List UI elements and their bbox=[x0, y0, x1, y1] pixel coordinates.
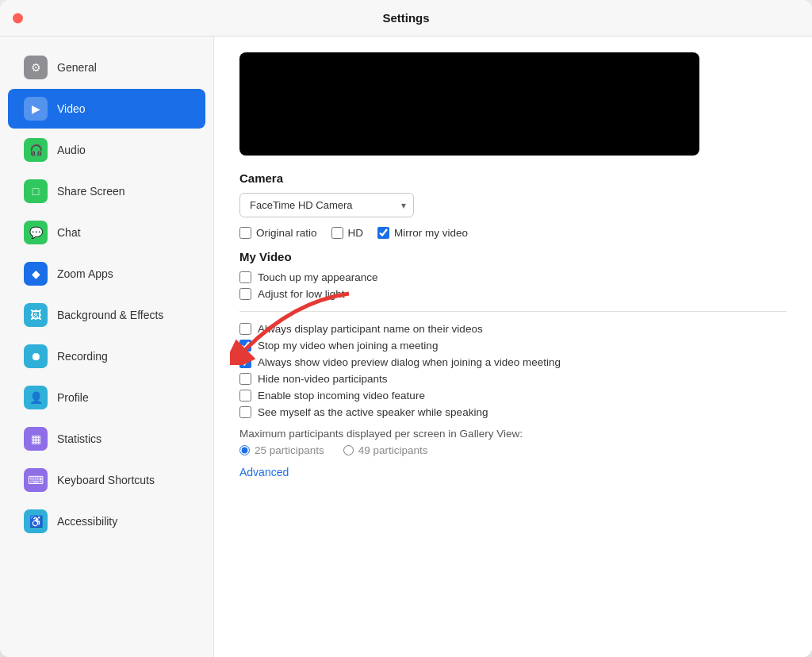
radio-49[interactable] bbox=[343, 445, 354, 455]
radio-49-item: 49 participants bbox=[343, 444, 428, 456]
hd-item: HD bbox=[331, 227, 364, 239]
zoomapps-icon: ◆ bbox=[24, 262, 48, 286]
sidebar-item-label-zoomapps: Zoom Apps bbox=[57, 267, 113, 280]
mirror-label: Mirror my video bbox=[394, 227, 468, 239]
sidebar-item-label-statistics: Statistics bbox=[57, 432, 102, 445]
keyboard-icon: ⌨ bbox=[24, 468, 48, 492]
divider-1 bbox=[239, 311, 787, 312]
close-button[interactable] bbox=[13, 13, 23, 23]
sidebar-item-label-chat: Chat bbox=[57, 226, 81, 239]
hd-checkbox[interactable] bbox=[331, 227, 343, 239]
general-icon: ⚙ bbox=[24, 56, 48, 79]
camera-select[interactable]: FaceTime HD Camera USB Camera bbox=[239, 193, 414, 217]
original-ratio-checkbox[interactable] bbox=[239, 227, 251, 239]
sidebar: ⚙General▶Video🎧Audio□Share Screen💬Chat◆Z… bbox=[0, 36, 214, 657]
stop-video-checkbox[interactable] bbox=[239, 340, 251, 352]
my-video-section: My Video Touch up my appearance Adjust f… bbox=[239, 250, 787, 300]
sidebar-item-label-accessibility: Accessibility bbox=[57, 515, 117, 528]
sidebar-item-sharescreen[interactable]: □Share Screen bbox=[8, 171, 205, 211]
preview-dialog-row: Always show video preview dialog when jo… bbox=[239, 356, 787, 368]
preview-dialog-label: Always show video preview dialog when jo… bbox=[258, 356, 561, 368]
background-icon: 🖼 bbox=[24, 303, 48, 327]
sidebar-item-zoomapps[interactable]: ◆Zoom Apps bbox=[8, 254, 205, 294]
mirror-checkbox[interactable] bbox=[377, 227, 389, 239]
checkboxes-group: Always display participant name on their… bbox=[239, 323, 787, 418]
radio-25[interactable] bbox=[239, 445, 250, 455]
touchup-checkbox[interactable] bbox=[239, 271, 251, 283]
sidebar-item-chat[interactable]: 💬Chat bbox=[8, 213, 205, 252]
sidebar-item-label-recording: Recording bbox=[57, 350, 108, 363]
touchup-label: Touch up my appearance bbox=[258, 271, 378, 283]
mirror-item: Mirror my video bbox=[377, 227, 468, 239]
title-bar: Settings bbox=[0, 0, 812, 36]
sidebar-item-background[interactable]: 🖼Background & Effects bbox=[8, 295, 205, 335]
hide-nonvideo-row: Hide non-video participants bbox=[239, 373, 787, 385]
original-ratio-item: Original ratio bbox=[239, 227, 317, 239]
lowlight-label: Adjust for low light bbox=[258, 288, 345, 300]
active-speaker-label: See myself as the active speaker while s… bbox=[258, 406, 488, 418]
main-content: ⚙General▶Video🎧Audio□Share Screen💬Chat◆Z… bbox=[0, 36, 812, 657]
profile-icon: 👤 bbox=[24, 386, 48, 409]
sidebar-item-recording[interactable]: ⏺Recording bbox=[8, 336, 205, 376]
audio-icon: 🎧 bbox=[24, 138, 48, 162]
gallery-label: Maximum participants displayed per scree… bbox=[239, 428, 787, 440]
hide-nonvideo-label: Hide non-video participants bbox=[258, 373, 388, 385]
accessibility-icon: ♿ bbox=[24, 509, 48, 533]
settings-window: Settings ⚙General▶Video🎧Audio□Share Scre… bbox=[0, 0, 812, 657]
stop-video-row: Stop my video when joining a meeting bbox=[239, 340, 787, 352]
sidebar-item-label-profile: Profile bbox=[57, 391, 89, 404]
lowlight-checkbox[interactable] bbox=[239, 288, 251, 300]
stop-incoming-row: Enable stop incoming video feature bbox=[239, 390, 787, 402]
sidebar-item-statistics[interactable]: ▦Statistics bbox=[8, 419, 205, 459]
recording-icon: ⏺ bbox=[24, 344, 48, 368]
sidebar-item-label-audio: Audio bbox=[57, 144, 86, 156]
camera-section-title: Camera bbox=[239, 171, 787, 185]
sidebar-item-accessibility[interactable]: ♿Accessibility bbox=[8, 501, 205, 541]
chat-icon: 💬 bbox=[24, 221, 48, 244]
stop-incoming-checkbox[interactable] bbox=[239, 390, 251, 402]
stop-video-label: Stop my video when joining a meeting bbox=[258, 340, 438, 352]
lowlight-row: Adjust for low light bbox=[239, 288, 787, 300]
active-speaker-checkbox[interactable] bbox=[239, 406, 251, 418]
hd-label: HD bbox=[348, 227, 364, 239]
touchup-row: Touch up my appearance bbox=[239, 271, 787, 283]
content-area: Camera FaceTime HD Camera USB Camera ▾ O… bbox=[214, 36, 812, 657]
sidebar-item-profile[interactable]: 👤Profile bbox=[8, 378, 205, 417]
window-title: Settings bbox=[382, 11, 429, 25]
statistics-icon: ▦ bbox=[24, 427, 48, 451]
active-speaker-row: See myself as the active speaker while s… bbox=[239, 406, 787, 418]
sidebar-item-label-video: Video bbox=[57, 102, 86, 115]
sidebar-item-label-background: Background & Effects bbox=[57, 309, 163, 321]
camera-select-wrapper: FaceTime HD Camera USB Camera ▾ bbox=[239, 193, 414, 217]
sidebar-item-general[interactable]: ⚙General bbox=[8, 48, 205, 87]
sidebar-item-audio[interactable]: 🎧Audio bbox=[8, 130, 205, 170]
participant-name-checkbox[interactable] bbox=[239, 323, 251, 335]
original-ratio-label: Original ratio bbox=[256, 227, 317, 239]
sidebar-item-video[interactable]: ▶Video bbox=[8, 89, 205, 129]
sidebar-item-label-sharescreen: Share Screen bbox=[57, 185, 125, 198]
video-options-row: Original ratio HD Mirror my video bbox=[239, 227, 787, 239]
sidebar-item-label-keyboard: Keyboard Shortcuts bbox=[57, 474, 155, 486]
radio-25-item: 25 participants bbox=[239, 444, 324, 456]
advanced-link[interactable]: Advanced bbox=[239, 466, 289, 478]
my-video-title: My Video bbox=[239, 250, 787, 263]
hide-nonvideo-checkbox[interactable] bbox=[239, 373, 251, 385]
radio-49-label: 49 participants bbox=[358, 444, 428, 456]
sidebar-item-label-general: General bbox=[57, 61, 97, 74]
video-icon: ▶ bbox=[24, 97, 48, 121]
sharescreen-icon: □ bbox=[24, 179, 48, 203]
stop-incoming-label: Enable stop incoming video feature bbox=[258, 390, 425, 402]
participant-name-row: Always display participant name on their… bbox=[239, 323, 787, 335]
sidebar-item-keyboard[interactable]: ⌨Keyboard Shortcuts bbox=[8, 460, 205, 500]
radio-25-label: 25 participants bbox=[255, 444, 324, 456]
participant-name-label: Always display participant name on their… bbox=[258, 323, 483, 335]
gallery-radio-group: 25 participants 49 participants bbox=[239, 444, 787, 456]
preview-dialog-checkbox[interactable] bbox=[239, 356, 251, 368]
video-preview bbox=[239, 52, 699, 156]
